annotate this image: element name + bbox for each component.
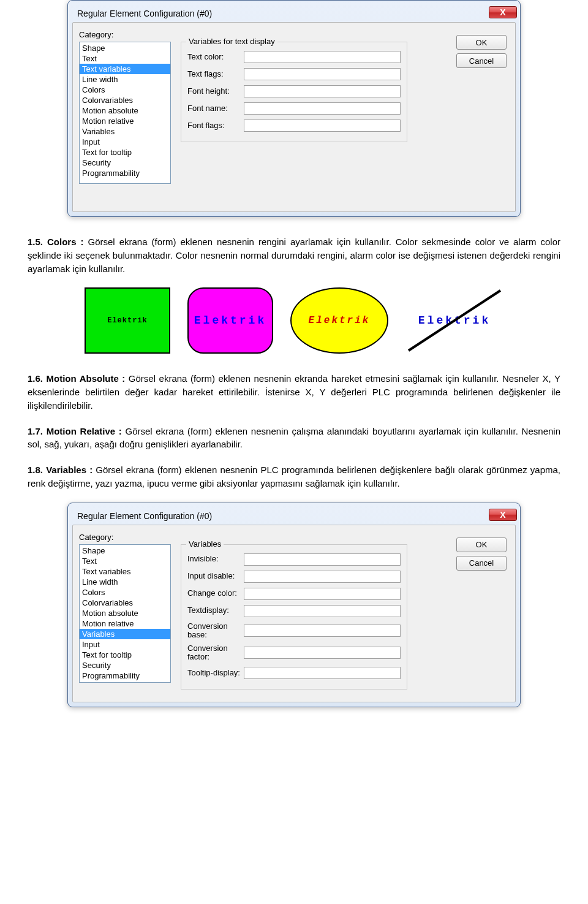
dialog2-title: Regular Element Configuration (#0) xyxy=(77,511,212,521)
field-label: Font name: xyxy=(187,104,244,113)
paragraph-1-5: 1.5. Colors : Görsel ekrana (form) eklen… xyxy=(28,235,560,275)
diagonal-line-shape: Elektrik xyxy=(405,287,503,354)
d1-input-3[interactable] xyxy=(244,102,401,115)
field-row: Conversion factor: xyxy=(187,644,401,662)
category-listbox[interactable]: ShapeTextText variablesLine widthColorsC… xyxy=(79,544,171,683)
d1-input-0[interactable] xyxy=(244,51,401,63)
svg-line-0 xyxy=(409,291,500,351)
category-item-motion-absolute[interactable]: Motion absolute xyxy=(80,105,170,116)
text-display-groupbox: Variables for text display Text color:Te… xyxy=(181,42,407,142)
d1-input-4[interactable] xyxy=(244,120,401,132)
category-item-line-width[interactable]: Line width xyxy=(80,74,170,85)
d2-input-3[interactable] xyxy=(244,605,401,617)
category-item-text-variables[interactable]: Text variables xyxy=(80,566,170,577)
cancel-button[interactable]: Cancel xyxy=(456,556,507,571)
category-item-colors[interactable]: Colors xyxy=(80,85,170,95)
ok-button[interactable]: OK xyxy=(456,537,507,552)
category-item-security[interactable]: Security xyxy=(80,158,170,168)
shapes-row: Elektrik Elektrik Elektrik Elektrik xyxy=(0,287,588,354)
field-label: Text color: xyxy=(187,53,244,61)
field-row: Textdisplay: xyxy=(187,605,401,617)
d2-input-4[interactable] xyxy=(244,625,401,637)
p15-text: Görsel ekrana (form) eklenen nesnenin re… xyxy=(28,237,560,274)
dialog2-body: Category: ShapeTextText variablesLine wi… xyxy=(72,525,516,702)
field-label: Conversion base: xyxy=(187,622,244,640)
dialog2-titlebar: Regular Element Configuration (#0) X xyxy=(72,507,516,525)
category-item-variables[interactable]: Variables xyxy=(80,126,170,137)
category-item-programmability[interactable]: Programmability xyxy=(80,670,170,681)
field-row: Text flags: xyxy=(187,68,401,80)
paragraph-1-7: 1.7. Motion Relative : Görsel ekrana (fo… xyxy=(28,425,560,452)
category-item-input[interactable]: Input xyxy=(80,137,170,147)
category-label: Category: xyxy=(79,30,509,39)
category-item-colorvariables[interactable]: Colorvariables xyxy=(80,598,170,608)
field-row: Font flags: xyxy=(187,120,401,132)
field-label: Conversion factor: xyxy=(187,644,244,662)
field-label: Textdisplay: xyxy=(187,606,244,615)
p17-bold: 1.7. Motion Relative : xyxy=(28,426,125,436)
d2-input-5[interactable] xyxy=(244,647,401,659)
category-item-colors[interactable]: Colors xyxy=(80,587,170,598)
field-label: Invisible: xyxy=(187,555,244,563)
paragraph-1-8: 1.8. Variables : Görsel ekrana (form) ek… xyxy=(28,463,560,490)
category-item-programmability[interactable]: Programmability xyxy=(80,168,170,178)
close-button[interactable]: X xyxy=(489,6,517,18)
field-row: Input disable: xyxy=(187,571,401,583)
category-item-text-variables[interactable]: Text variables xyxy=(80,64,170,74)
ok-button[interactable]: OK xyxy=(456,35,507,50)
groupbox-title: Variables xyxy=(186,539,224,549)
category-item-line-width[interactable]: Line width xyxy=(80,577,170,587)
category-item-motion-relative[interactable]: Motion relative xyxy=(80,618,170,629)
d1-input-1[interactable] xyxy=(244,68,401,80)
dialog1-titlebar: Regular Element Configuration (#0) X xyxy=(72,5,516,22)
category-item-text[interactable]: Text xyxy=(80,556,170,566)
category-item-security[interactable]: Security xyxy=(80,660,170,670)
green-square: Elektrik xyxy=(85,287,170,354)
field-row: Change color: xyxy=(187,588,401,600)
category-item-shape[interactable]: Shape xyxy=(80,545,170,556)
category-item-motion-relative[interactable]: Motion relative xyxy=(80,116,170,126)
category-listbox[interactable]: ShapeTextText variablesLine widthColorsC… xyxy=(79,42,171,184)
category-item-motion-absolute[interactable]: Motion absolute xyxy=(80,608,170,618)
field-label: Input disable: xyxy=(187,572,244,580)
category-item-text-for-tooltip[interactable]: Text for tooltip xyxy=(80,147,170,158)
category-item-text[interactable]: Text xyxy=(80,53,170,64)
line-icon xyxy=(405,287,503,354)
field-label: Change color: xyxy=(187,589,244,598)
d2-input-6[interactable] xyxy=(244,667,401,679)
category-item-text-for-tooltip[interactable]: Text for tooltip xyxy=(80,650,170,660)
field-row: Invisible: xyxy=(187,553,401,566)
dialog-2: Regular Element Configuration (#0) X Cat… xyxy=(67,503,521,707)
p18-bold: 1.8. Variables : xyxy=(28,465,96,475)
dialog-1: Regular Element Configuration (#0) X Cat… xyxy=(67,0,521,217)
dialog1-title: Regular Element Configuration (#0) xyxy=(77,9,212,18)
yellow-ellipse: Elektrik xyxy=(290,287,388,354)
d2-input-1[interactable] xyxy=(244,571,401,583)
field-row: Text color: xyxy=(187,51,401,63)
square-label: Elektrik xyxy=(107,316,148,325)
close-button[interactable]: X xyxy=(489,509,517,521)
field-row: Font height: xyxy=(187,85,401,97)
field-label: Tooltip-display: xyxy=(187,669,244,677)
category-item-colorvariables[interactable]: Colorvariables xyxy=(80,95,170,105)
cancel-button[interactable]: Cancel xyxy=(456,53,507,68)
close-icon: X xyxy=(500,7,505,17)
d2-input-0[interactable] xyxy=(244,553,401,566)
category-item-variables[interactable]: Variables xyxy=(80,629,170,639)
close-icon: X xyxy=(500,510,505,520)
magenta-rounded-rect: Elektrik xyxy=(187,287,273,354)
d1-input-2[interactable] xyxy=(244,85,401,97)
d2-input-2[interactable] xyxy=(244,588,401,600)
groupbox-title: Variables for text display xyxy=(186,37,277,46)
dialog1-body: Category: ShapeTextText variablesLine wi… xyxy=(72,22,516,212)
p16-bold: 1.6. Motion Absolute : xyxy=(28,373,129,384)
category-item-shape[interactable]: Shape xyxy=(80,43,170,53)
field-row: Conversion base: xyxy=(187,622,401,640)
field-label: Text flags: xyxy=(187,70,244,78)
rrect-label: Elektrik xyxy=(194,314,266,327)
field-row: Tooltip-display: xyxy=(187,667,401,679)
category-item-input[interactable]: Input xyxy=(80,639,170,650)
field-label: Font height: xyxy=(187,87,244,96)
field-label: Font flags: xyxy=(187,121,244,130)
paragraph-1-6: 1.6. Motion Absolute : Görsel ekrana (fo… xyxy=(28,372,560,412)
